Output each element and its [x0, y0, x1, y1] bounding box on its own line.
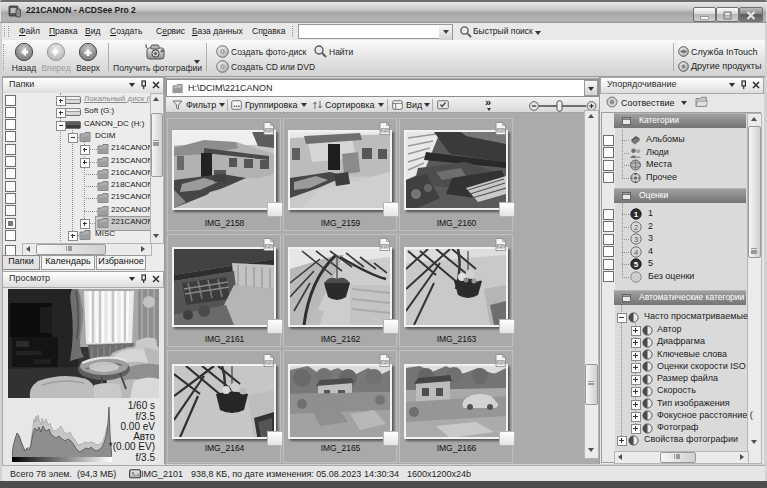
svg-text:JPG: JPG	[497, 129, 504, 133]
svg-text:1: 1	[634, 210, 639, 219]
svg-text:JPG: JPG	[265, 361, 272, 365]
svg-text:JPG: JPG	[265, 245, 272, 249]
svg-text:JPG: JPG	[497, 245, 504, 249]
svg-text:2: 2	[634, 222, 638, 231]
svg-text:JPG: JPG	[381, 245, 388, 249]
svg-text:JPG: JPG	[265, 129, 272, 133]
svg-text:5: 5	[634, 260, 639, 269]
svg-text:JPG: JPG	[497, 361, 504, 365]
svg-text:3: 3	[634, 235, 638, 244]
svg-text:JPG: JPG	[381, 361, 388, 365]
svg-text:JPG: JPG	[381, 129, 388, 133]
svg-text:4: 4	[634, 247, 638, 256]
